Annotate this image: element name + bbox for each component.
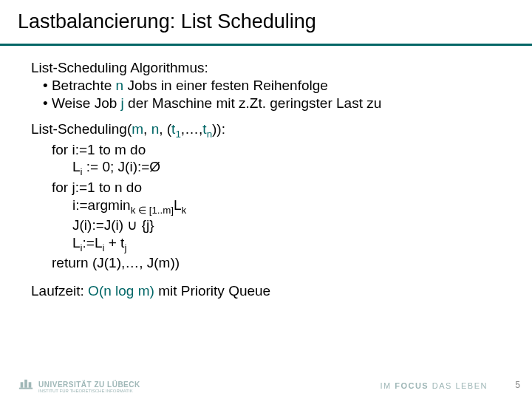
- sub-j: j: [124, 242, 126, 253]
- university-logo-icon: [18, 377, 34, 393]
- runtime-line: Laufzeit: O(n log m) mit Priority Queue: [31, 282, 510, 300]
- slide-title: Lastbalancierung: List Scheduling: [0, 0, 532, 33]
- text: L: [174, 197, 182, 213]
- code-line-4: i:=argmink ∈ [1..m]Lk: [31, 197, 510, 216]
- pseudocode: List-Scheduling(m, n, (t1,…,tn)): for i:…: [31, 120, 510, 272]
- text: + t: [104, 235, 124, 250]
- text: L: [72, 235, 81, 250]
- complexity: O(n log m): [88, 283, 154, 299]
- university-institute: INSTITUT FÜR THEORETISCHE INFORMATIK: [38, 389, 140, 393]
- text: := 0; J(i):=Ø: [83, 159, 161, 174]
- text: DAS LEBEN: [429, 381, 488, 390]
- sub-n: n: [207, 129, 212, 140]
- motto-bold: FOCUS: [395, 381, 429, 390]
- sub-1: 1: [175, 129, 180, 140]
- text: der Maschine mit z.Zt. geringster Last z…: [124, 95, 381, 111]
- page-number: 5: [515, 380, 520, 390]
- text: i:=argmin: [72, 197, 131, 213]
- text: , (: [159, 121, 171, 137]
- footer-motto: IM FOCUS DAS LEBEN: [380, 381, 488, 390]
- desc-bullet-2: • Weise Job j der Maschine mit z.Zt. ger…: [31, 95, 510, 112]
- university-text: UNIVERSITÄT ZU LÜBECK INSTITUT FÜR THEOR…: [38, 381, 140, 393]
- code-line-2: Li := 0; J(i):=Ø: [31, 158, 510, 178]
- algorithm-description: List-Scheduling Algorithmus: • Betrachte…: [31, 59, 510, 112]
- text: L: [72, 159, 81, 174]
- text: mit Priority Queue: [154, 283, 270, 299]
- code-signature: List-Scheduling(m, n, (t1,…,tn)):: [31, 120, 510, 140]
- desc-heading: List-Scheduling Algorithmus:: [31, 59, 510, 77]
- sub-range: k ∈ [1..m]: [131, 204, 174, 215]
- code-line-3: for j:=1 to n do: [31, 179, 510, 197]
- university-name: UNIVERSITÄT ZU LÜBECK: [38, 381, 140, 389]
- text: Jobs in einer festen Reihenfolge: [123, 78, 328, 93]
- text: ,…,: [181, 121, 203, 137]
- text: List-Scheduling(: [31, 121, 132, 137]
- footer-left: UNIVERSITÄT ZU LÜBECK INSTITUT FÜR THEOR…: [18, 377, 140, 393]
- text: • Betrachte: [43, 78, 116, 93]
- text: • Weise Job: [43, 95, 121, 111]
- code-line-1: for i:=1 to m do: [31, 141, 510, 159]
- slide-content: List-Scheduling Algorithmus: • Betrachte…: [0, 46, 532, 300]
- code-line-7: return (J(1),…, J(m)): [31, 254, 510, 272]
- text: ,: [143, 121, 151, 137]
- desc-bullet-1: • Betrachte n Jobs in einer festen Reihe…: [31, 77, 510, 95]
- code-line-5: J(i):=J(i) ∪ {j}: [31, 216, 510, 234]
- text: :=L: [83, 235, 103, 250]
- slide-footer: UNIVERSITÄT ZU LÜBECK INSTITUT FÜR THEOR…: [0, 371, 532, 393]
- var-m: m: [132, 121, 143, 137]
- sub-k: k: [182, 204, 187, 215]
- var-n: n: [116, 78, 124, 93]
- text: IM: [380, 381, 395, 390]
- var-n: n: [151, 121, 160, 137]
- svg-rect-0: [19, 388, 33, 389]
- text: Laufzeit:: [31, 283, 88, 299]
- code-line-6: Li:=Li + tj: [31, 234, 510, 254]
- text: )):: [212, 121, 225, 137]
